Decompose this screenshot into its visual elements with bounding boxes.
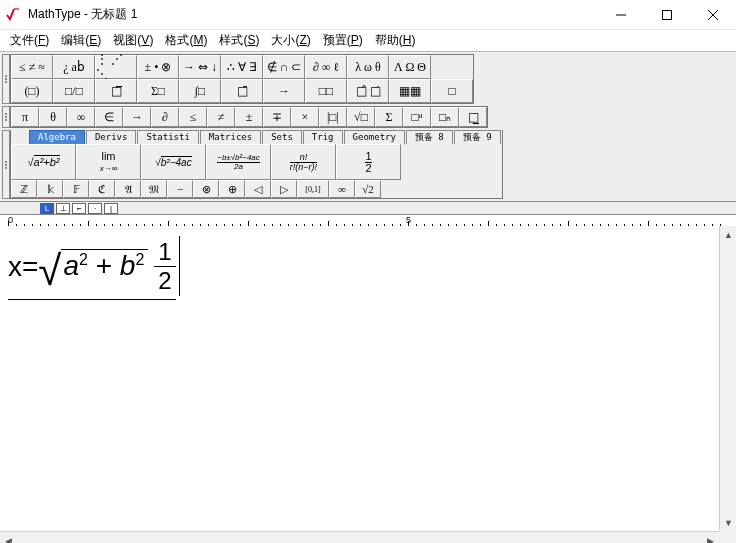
tmpl-sqrt[interactable]: √□ bbox=[347, 107, 375, 127]
sym-arrow[interactable]: → bbox=[123, 107, 151, 127]
sym-element[interactable]: ∈ bbox=[95, 107, 123, 127]
tmpl-pythagoras[interactable]: √a²+b² bbox=[11, 144, 76, 180]
tmpl-half[interactable]: 12 bbox=[336, 144, 401, 180]
sym-F[interactable]: 𝔽 bbox=[63, 180, 89, 198]
tmpl-sup[interactable]: □ⁿ bbox=[403, 107, 431, 127]
maximize-button[interactable] bbox=[644, 0, 690, 29]
sym-sqrt2[interactable]: √2 bbox=[355, 180, 381, 198]
horizontal-scrollbar[interactable]: ◀ ▶ bbox=[0, 531, 719, 543]
tmpl-bars[interactable]: □̅ bbox=[95, 79, 137, 103]
sym-greek-lower[interactable]: λ ω θ bbox=[347, 55, 389, 79]
tabstop-bar-icon[interactable]: | bbox=[104, 203, 118, 214]
tmpl-sub[interactable]: □ₙ bbox=[431, 107, 459, 127]
sym-logic[interactable]: ∴ ∀ ∃ bbox=[221, 55, 263, 79]
sym-times[interactable]: × bbox=[291, 107, 319, 127]
sym-partial[interactable]: ∂ bbox=[151, 107, 179, 127]
sym-greek-upper[interactable]: Λ Ω Θ bbox=[389, 55, 431, 79]
sym-minus[interactable]: − bbox=[167, 180, 193, 198]
minimize-button[interactable] bbox=[598, 0, 644, 29]
tabstop-left-icon[interactable]: L bbox=[40, 203, 54, 214]
sym-Z[interactable]: ℤ bbox=[11, 180, 37, 198]
scroll-right-icon[interactable]: ▶ bbox=[702, 532, 719, 543]
menu-edit[interactable]: 编辑(E) bbox=[55, 30, 107, 51]
menu-help[interactable]: 帮助(H) bbox=[369, 30, 422, 51]
sym-leq[interactable]: ≤ bbox=[179, 107, 207, 127]
sym-theta[interactable]: θ bbox=[39, 107, 67, 127]
tab-preset9[interactable]: 预备 9 bbox=[454, 130, 501, 144]
tmpl-limit[interactable]: limx→∞ bbox=[76, 144, 141, 180]
tmpl-products[interactable]: □□ bbox=[305, 79, 347, 103]
sym-A[interactable]: 𝔄 bbox=[115, 180, 141, 198]
tmpl-quadratic[interactable]: −b±√b²−4ac2a bbox=[206, 144, 271, 180]
tmpl-abs[interactable]: |□| bbox=[319, 107, 347, 127]
sym-k[interactable]: 𝕜 bbox=[37, 180, 63, 198]
tab-matrices[interactable]: Matrices bbox=[200, 130, 261, 144]
scroll-left-icon[interactable]: ◀ bbox=[0, 532, 17, 543]
menu-view[interactable]: 视图(V) bbox=[107, 30, 159, 51]
menu-style[interactable]: 样式(S) bbox=[213, 30, 265, 51]
sym-oplus[interactable]: ⊕ bbox=[219, 180, 245, 198]
tabstop-center-icon[interactable]: ⊥ bbox=[56, 203, 70, 214]
toolbar-handle[interactable] bbox=[2, 54, 10, 104]
tmpl-discriminant[interactable]: √b²−4ac bbox=[141, 144, 206, 180]
menu-size[interactable]: 大小(Z) bbox=[265, 30, 316, 51]
tab-trig[interactable]: Trig bbox=[303, 130, 343, 144]
scroll-up-icon[interactable]: ▲ bbox=[720, 226, 736, 243]
vertical-scrollbar[interactable]: ▲ ▼ bbox=[719, 226, 736, 543]
tmpl-overbar[interactable]: □̄ bbox=[221, 79, 263, 103]
symbol-palette: ≤ ≠ ≈ ¿ aḃ ⋮ ⋰ ⋱ ± • ⊗ → ⇔ ↓ ∴ ∀ ∃ ∉ ∩ ⊂… bbox=[10, 54, 474, 104]
tmpl-hats[interactable]: □̂ □̇ bbox=[347, 79, 389, 103]
menu-format[interactable]: 格式(M) bbox=[159, 30, 213, 51]
equation: x= √ a2 + b2 1 2 bbox=[8, 238, 176, 300]
sym-otimes[interactable]: ⊗ bbox=[193, 180, 219, 198]
tmpl-sums[interactable]: Σ□ bbox=[137, 79, 179, 103]
app-name: MathType bbox=[28, 7, 81, 21]
tmpl-matrix[interactable]: ▦▦ bbox=[389, 79, 431, 103]
toolbar-handle-3[interactable] bbox=[2, 130, 10, 199]
toolbar-area: ≤ ≠ ≈ ¿ aḃ ⋮ ⋰ ⋱ ± • ⊗ → ⇔ ↓ ∴ ∀ ∃ ∉ ∩ ⊂… bbox=[0, 52, 736, 202]
menu-prefs[interactable]: 预置(P) bbox=[317, 30, 369, 51]
scroll-down-icon[interactable]: ▼ bbox=[720, 514, 736, 531]
sym-arrows[interactable]: → ⇔ ↓ bbox=[179, 55, 221, 79]
tmpl-fractions[interactable]: □/□ bbox=[53, 79, 95, 103]
sym-tri-left[interactable]: ◁ bbox=[245, 180, 271, 198]
sym-C[interactable]: ℭ bbox=[89, 180, 115, 198]
sym-settheory[interactable]: ∉ ∩ ⊂ bbox=[263, 55, 305, 79]
sym-operators[interactable]: ± • ⊗ bbox=[137, 55, 179, 79]
sym-spaces[interactable]: ¿ aḃ bbox=[53, 55, 95, 79]
tmpl-binomial[interactable]: n!r!(n−r)! bbox=[271, 144, 336, 180]
tab-preset8[interactable]: 预备 8 bbox=[406, 130, 453, 144]
sym-interval[interactable]: [0,1] bbox=[297, 180, 329, 198]
svg-rect-1 bbox=[663, 10, 672, 19]
tabstop-right-icon[interactable]: ⌐ bbox=[72, 203, 86, 214]
tab-sets[interactable]: Sets bbox=[262, 130, 302, 144]
sym-misc[interactable]: ∂ ∞ ℓ bbox=[305, 55, 347, 79]
tab-algebra[interactable]: Algebra bbox=[29, 130, 85, 144]
sym-mp[interactable]: ∓ bbox=[263, 107, 291, 127]
sym-relations[interactable]: ≤ ≠ ≈ bbox=[11, 55, 53, 79]
sym-infty2[interactable]: ∞ bbox=[329, 180, 355, 198]
tmpl-integrals[interactable]: ∫□ bbox=[179, 79, 221, 103]
tab-statisti[interactable]: Statisti bbox=[137, 130, 198, 144]
sym-infinity[interactable]: ∞ bbox=[67, 107, 95, 127]
sym-dots[interactable]: ⋮ ⋰ ⋱ bbox=[95, 55, 137, 79]
sym-pm[interactable]: ± bbox=[235, 107, 263, 127]
tab-geometry[interactable]: Geometry bbox=[344, 130, 405, 144]
tabstop-decimal-icon[interactable]: · bbox=[88, 203, 102, 214]
menu-file[interactable]: 文件(F) bbox=[4, 30, 55, 51]
tmpl-box[interactable]: □ bbox=[431, 79, 473, 103]
sym-tri-right[interactable]: ▷ bbox=[271, 180, 297, 198]
ruler[interactable]: 0 5 bbox=[0, 214, 736, 226]
tab-derivs[interactable]: Derivs bbox=[86, 130, 137, 144]
close-button[interactable] bbox=[690, 0, 736, 29]
tmpl-labeled-arrows[interactable]: → bbox=[263, 79, 305, 103]
toolbar-handle-2[interactable] bbox=[2, 106, 10, 128]
tmpl-sum2[interactable]: Σ bbox=[375, 107, 403, 127]
sym-pi[interactable]: π bbox=[11, 107, 39, 127]
editor-area[interactable]: x= √ a2 + b2 1 2 ▲ ▼ ◀ ▶ bbox=[0, 226, 736, 543]
sym-M[interactable]: 𝔐 bbox=[141, 180, 167, 198]
sym-neq[interactable]: ≠ bbox=[207, 107, 235, 127]
equation-content[interactable]: x= √ a2 + b2 1 2 bbox=[0, 226, 736, 312]
tmpl-fences[interactable]: (□) bbox=[11, 79, 53, 103]
tmpl-under[interactable]: □̲ bbox=[459, 107, 487, 127]
